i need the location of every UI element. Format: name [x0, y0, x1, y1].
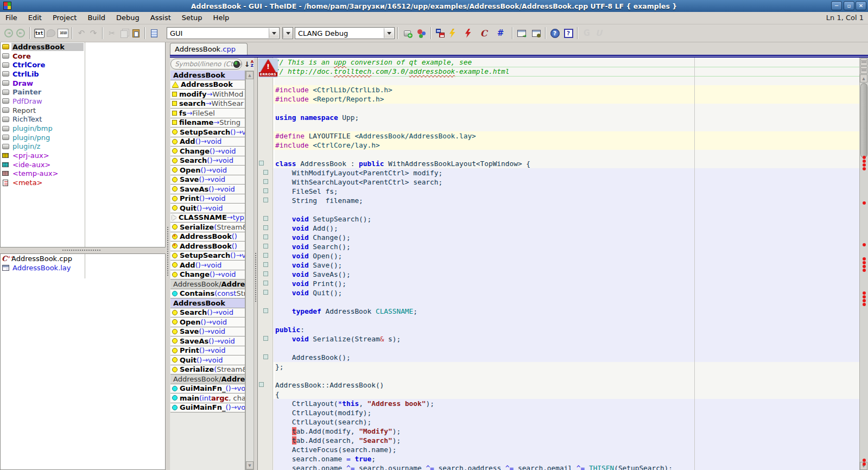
- code-line[interactable]: // http://doc.trolltech.com/3.0/addressb…: [274, 67, 860, 76]
- symbol-row[interactable]: Save() → void: [170, 327, 245, 337]
- symbol-row[interactable]: Print() → void: [170, 346, 245, 356]
- package-item[interactable]: Report: [1, 106, 165, 115]
- code-line[interactable]: // This is an upp conversion of qt examp…: [274, 58, 860, 67]
- make-build-button[interactable]: [435, 27, 446, 39]
- code-line[interactable]: [274, 371, 860, 380]
- symbol-row[interactable]: Search() → void: [170, 156, 245, 166]
- scroll-down-icon[interactable]: ▼: [246, 461, 254, 469]
- fold-marker[interactable]: [263, 216, 268, 221]
- menu-debug[interactable]: Debug: [111, 12, 145, 24]
- menu-build[interactable]: Build: [82, 12, 111, 24]
- symbol-row[interactable]: SaveAs() → void: [170, 185, 245, 194]
- code-line[interactable]: [274, 150, 860, 159]
- package-item[interactable]: <temp-aux>: [1, 169, 165, 179]
- code-line[interactable]: #include <CtrlLib/CtrlLib.h>: [274, 85, 860, 94]
- fold-marker[interactable]: [263, 290, 268, 295]
- fold-marker[interactable]: [259, 161, 264, 166]
- run-options-button[interactable]: [516, 27, 527, 39]
- chevron-down-icon[interactable]: [283, 28, 293, 38]
- code-line[interactable]: WithModifyLayout<ParentCtrl> modify;: [274, 168, 860, 177]
- code-line[interactable]: CtrlLayout(*this, "Address book");: [274, 399, 860, 408]
- fold-marker[interactable]: [263, 336, 268, 341]
- symbol-search-input[interactable]: Symbol/lineno (Ctrl+Q): [170, 59, 242, 69]
- code-line[interactable]: void Print();: [274, 279, 860, 288]
- code-line[interactable]: [274, 104, 860, 113]
- package-item[interactable]: <prj-aux>: [1, 151, 165, 160]
- fold-marker[interactable]: [263, 225, 268, 230]
- designer-mode-button[interactable]: [46, 27, 56, 39]
- title-bar[interactable]: AddressBook - GUI - TheIDE - /home/pam/З…: [0, 0, 868, 12]
- code-line[interactable]: public:: [274, 325, 860, 334]
- minimize-button[interactable]: ─: [831, 1, 842, 10]
- code-line[interactable]: void Search();: [274, 242, 860, 251]
- symbol-row[interactable]: AddressBook(): [170, 242, 245, 251]
- navigate-forward-button[interactable]: ►: [15, 27, 26, 39]
- code-line[interactable]: void SetupSearch();: [274, 214, 860, 224]
- fold-marker[interactable]: [259, 382, 264, 387]
- package-organizer-button[interactable]: [416, 27, 427, 39]
- symbol-row[interactable]: Quit() → void: [170, 204, 245, 213]
- menu-project[interactable]: Project: [47, 12, 82, 24]
- file-item[interactable]: C++AddressBook.cpp: [1, 254, 165, 263]
- symbol-row[interactable]: AddressBook/Address: [170, 280, 245, 289]
- symbol-row[interactable]: AddressBook(): [170, 232, 245, 242]
- code-line[interactable]: void Serialize(Stream& s);: [274, 334, 860, 344]
- sort-alpha-button[interactable]: ↓ AZ: [244, 58, 254, 70]
- mini-combo[interactable]: [282, 27, 293, 39]
- package-item[interactable]: AddressBook: [1, 42, 165, 52]
- code-area[interactable]: // This is an upp conversion of qt examp…: [274, 58, 860, 470]
- symbol-row[interactable]: Open() → void: [170, 317, 245, 327]
- symbol-row[interactable]: Add() → void: [170, 261, 245, 270]
- code-line[interactable]: search.oname ^= search.osurname ^= searc…: [274, 463, 860, 470]
- preprocess-button[interactable]: #: [495, 27, 506, 39]
- paste-button[interactable]: [130, 27, 141, 39]
- code-line[interactable]: WithSearchLayout<ParentCtrl> search;: [274, 177, 860, 187]
- menu-help[interactable]: Help: [208, 12, 235, 24]
- symbol-row[interactable]: SetupSearch() → vo: [170, 251, 245, 261]
- code-line[interactable]: String filename;: [274, 196, 860, 205]
- symbol-row[interactable]: Change() → void: [170, 270, 245, 280]
- code-line[interactable]: #define LAYOUTFILE <AddressBook/AddressB…: [274, 131, 860, 141]
- code-line[interactable]: [274, 76, 860, 85]
- errors-badge[interactable]: ! ERRORS: [258, 58, 278, 78]
- code-line[interactable]: void Save();: [274, 261, 860, 270]
- package-item[interactable]: Painter: [1, 87, 165, 97]
- symbol-row[interactable]: Quit() → void: [170, 355, 245, 365]
- code-line[interactable]: void SaveAs();: [274, 270, 860, 279]
- menu-edit[interactable]: Edit: [23, 12, 47, 24]
- code-line[interactable]: using namespace Upp;: [274, 113, 860, 122]
- menu-setup[interactable]: Setup: [176, 12, 208, 24]
- menu-assist[interactable]: Assist: [145, 12, 176, 24]
- code-line[interactable]: {: [274, 390, 860, 399]
- navigate-back-button[interactable]: ◄: [3, 27, 14, 39]
- code-line[interactable]: #include <Report/Report.h>: [274, 94, 860, 104]
- undo-button[interactable]: ↶: [76, 27, 87, 39]
- symbol-row[interactable]: GuiMainFn_() → vo: [170, 384, 245, 394]
- symbol-row[interactable]: Add() → void: [170, 137, 245, 147]
- package-item[interactable]: Core: [1, 52, 165, 61]
- redo-button[interactable]: ↷: [88, 27, 99, 39]
- code-line[interactable]: FileSel fs;: [274, 187, 860, 196]
- code-line[interactable]: search.oname = true;: [274, 454, 860, 463]
- fold-marker[interactable]: [263, 354, 268, 359]
- upp-button[interactable]: U: [593, 27, 604, 39]
- code-line[interactable]: [274, 205, 860, 214]
- code-line[interactable]: void Quit();: [274, 288, 860, 297]
- goto-button[interactable]: G: [581, 27, 592, 39]
- split-horizontal-button[interactable]: [860, 58, 867, 66]
- fold-marker[interactable]: [263, 281, 268, 285]
- code-line[interactable]: tab.Add(search, "Search");: [274, 436, 860, 445]
- symbol-row[interactable]: Serialize(Stream&: [170, 365, 245, 375]
- copy-button[interactable]: [118, 27, 129, 39]
- vertical-splitter-left[interactable]: [166, 42, 170, 470]
- symbol-row[interactable]: AddressBook: [170, 298, 245, 308]
- code-line[interactable]: void Open();: [274, 251, 860, 261]
- symbol-row[interactable]: Print() → void: [170, 194, 245, 204]
- fold-marker[interactable]: [263, 170, 268, 175]
- main-package-combo[interactable]: GUI: [167, 27, 280, 39]
- menu-file[interactable]: File: [0, 12, 23, 24]
- code-line[interactable]: [274, 122, 860, 131]
- compile-file-button[interactable]: C: [478, 27, 489, 39]
- symbol-row[interactable]: modify → WithMod: [170, 90, 245, 99]
- package-item[interactable]: <meta>: [1, 178, 165, 187]
